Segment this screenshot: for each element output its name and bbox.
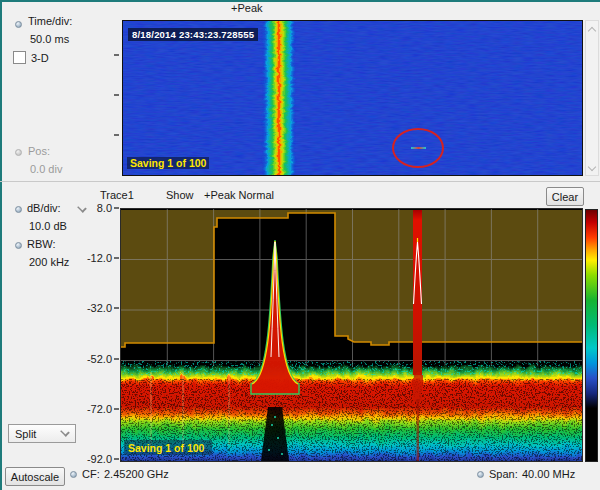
view-mode-dropdown[interactable]: Split [8, 424, 76, 443]
window-accent-top [0, 0, 600, 2]
rbw-value[interactable]: 200 kHz [29, 256, 69, 268]
timediv-value[interactable]: 50.0 ms [30, 33, 69, 45]
dbdiv-label: dB/div: [27, 202, 61, 214]
rbw-label: RBW: [27, 238, 56, 250]
y-axis-tick [114, 458, 119, 460]
clear-button[interactable]: Clear [546, 187, 584, 206]
rbw-bullet-icon [15, 242, 22, 249]
cf-label: CF: [82, 468, 100, 480]
dropdown-chevron-icon [61, 428, 69, 436]
y-axis-tick [114, 207, 119, 209]
span-bullet-icon [477, 471, 484, 478]
window-accent-left [0, 0, 2, 490]
y-axis-tick [114, 257, 119, 259]
spectrogram-timestamp: 8/18/2014 23:43:23.728555 [128, 28, 258, 41]
transient-signal-streak [411, 147, 426, 149]
timediv-bullet-icon [15, 21, 22, 28]
spectrogram-tick [114, 94, 119, 96]
density-colorbar [585, 209, 598, 462]
spectrum-bitmap: Saving 1 of 100 [121, 209, 582, 461]
dbdiv-value[interactable]: 10.0 dB [29, 220, 67, 232]
detector-mode-label: +Peak Normal [204, 189, 274, 201]
y-axis-label: -72.0 [70, 403, 112, 415]
3d-checkbox[interactable] [13, 51, 26, 64]
spectrogram-saving-status: Saving 1 of 100 [127, 157, 209, 169]
spectrogram-scrollbar[interactable] [585, 20, 599, 176]
dbdiv-bullet-icon [15, 206, 22, 213]
scroll-up-icon[interactable] [589, 26, 596, 33]
spectrogram-tick [114, 134, 119, 136]
y-axis-tick [114, 408, 119, 410]
section-divider [0, 181, 600, 182]
view-mode-value: Split [15, 428, 36, 440]
spectrogram-plot[interactable]: 8/18/2014 23:43:23.728555 Saving 1 of 10… [122, 20, 583, 176]
y-axis-label: -12.0 [70, 252, 112, 264]
spectrogram-title: +Peak [231, 2, 263, 14]
pos-value: 0.0 div [30, 163, 62, 175]
spectrum-saving-status: Saving 1 of 100 [128, 442, 205, 454]
cf-bullet-icon [70, 471, 77, 478]
timediv-label: Time/div: [28, 15, 72, 27]
y-axis-label: -92.0 [70, 453, 112, 465]
y-axis-tick [114, 358, 119, 360]
span-value[interactable]: 40.00 MHz [522, 468, 575, 480]
spectrogram-tick [114, 54, 119, 56]
y-axis-label: 8.0 [70, 202, 112, 214]
y-axis-tick [114, 307, 119, 309]
span-label: Span: [489, 468, 518, 480]
spectrum-plot[interactable]: Saving 1 of 100 [120, 208, 583, 462]
3d-label: 3-D [31, 52, 49, 64]
cf-value[interactable]: 2.45200 GHz [104, 468, 169, 480]
autoscale-button[interactable]: Autoscale [5, 467, 65, 486]
scroll-down-icon[interactable] [589, 164, 596, 171]
y-axis-label: -32.0 [70, 302, 112, 314]
pos-bullet-icon [15, 149, 22, 156]
pos-label: Pos: [28, 145, 50, 157]
trace-name: Trace1 [100, 189, 134, 201]
show-label: Show [166, 189, 194, 201]
spectrogram-bitmap [123, 21, 582, 175]
y-axis-label: -52.0 [70, 353, 112, 365]
